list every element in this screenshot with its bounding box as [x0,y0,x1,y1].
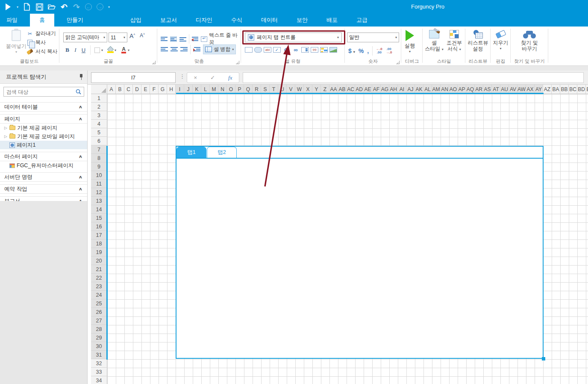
wrap-text-button[interactable]: 텍스트 줄 바꿈 [201,32,240,46]
row-header-19[interactable]: 19 [91,248,107,257]
row-header-13[interactable]: 13 [91,197,107,205]
row-header-7[interactable]: 7 [91,145,107,154]
row-header-14[interactable]: 14 [91,205,107,214]
fill-color-button[interactable] [106,46,115,55]
tree-item-기본 제공 페이지[interactable]: ▷기본 제공 페이지 [0,124,87,132]
column-header-BC[interactable]: BC [569,85,577,94]
row-header-11[interactable]: 11 [91,180,107,188]
tab-보고서[interactable]: 보고서 [154,14,183,27]
name-box-splitter[interactable]: ⋮ [179,73,185,80]
font-family-select[interactable]: 맑은 고딕(테마▾ [63,32,107,42]
row-header-12[interactable]: 12 [91,188,107,197]
column-header-K[interactable]: K [193,85,201,94]
chevron-up-icon[interactable]: ∧ [79,175,82,179]
sidebar-section-페이지[interactable]: 페이지∧ [0,114,87,124]
italic-button[interactable]: I [71,46,79,55]
column-header-H[interactable]: H [167,85,176,94]
text-cell-icon[interactable]: abl [264,47,271,53]
alignment-dialog-launcher[interactable] [236,61,239,64]
widget-tab-탭2[interactable]: 탭2 [207,147,237,158]
column-header-O[interactable]: O [227,85,235,94]
column-header-AX[interactable]: AX [526,85,535,94]
celltype-select[interactable]: ⊕ 페이지 탭 컨트롤 ▾ [245,32,342,42]
tab-삽입[interactable]: 삽입 [124,14,148,27]
tab-만들기[interactable]: 만들기 [60,14,90,27]
open-folder-icon[interactable] [48,3,56,11]
number-format-select[interactable]: 일반▾ [347,32,399,42]
widget-tab-탭1[interactable]: 탭1 [176,147,206,158]
row-header-4[interactable]: 4 [91,120,107,128]
column-header-BD[interactable]: BD [577,85,586,94]
column-header-AV[interactable]: AV [509,85,517,94]
tab-데이터[interactable]: 데이터 [255,14,284,27]
decrease-indent-icon[interactable] [191,36,198,42]
search-icon[interactable] [76,89,81,95]
column-header-AS[interactable]: AS [483,85,492,94]
column-header-I[interactable]: I [176,85,184,94]
name-box[interactable]: I7 [91,72,176,83]
font-dialog-launcher[interactable] [152,61,156,64]
column-header-A[interactable]: A [107,85,116,94]
expand-icon[interactable]: ▷ [4,126,8,130]
align-top-icon[interactable] [161,36,168,42]
chevron-up-icon[interactable]: ∧ [79,117,82,121]
pin-icon[interactable] [79,74,83,80]
column-header-V[interactable]: V [287,85,295,94]
image-cell-icon[interactable] [329,47,337,53]
column-header-L[interactable]: L [201,85,210,94]
column-header-Y[interactable]: Y [312,85,321,94]
combobox-cell-icon[interactable] [301,47,309,53]
save-icon[interactable] [35,3,43,11]
forward-icon[interactable]: → [97,3,103,10]
confirm-icon[interactable]: ✓ [210,74,215,81]
row-header-30[interactable]: 30 [91,342,107,351]
sidebar-section-데이터 테이블[interactable]: 데이터 테이블∧ [0,102,87,112]
radio-cell-icon[interactable]: ⊙ [282,47,290,53]
column-header-AE[interactable]: AE [364,85,372,94]
hyperlink-cell-icon[interactable]: ∞ [292,47,300,53]
column-header-AL[interactable]: AL [423,85,432,94]
column-header-AH[interactable]: AH [389,85,398,94]
chevron-up-icon[interactable]: ∧ [79,154,82,159]
align-bottom-icon[interactable] [179,36,186,42]
decrease-decimal-button[interactable]: .00→.0 [386,47,392,54]
customize-qat-icon[interactable]: ▾ [108,5,110,9]
column-header-AA[interactable]: AA [329,85,338,94]
column-header-AO[interactable]: AO [449,85,458,94]
run-button[interactable]: 실행 ▾ [405,30,415,53]
column-header-C[interactable]: C [124,85,133,94]
align-middle-icon[interactable] [170,36,177,42]
row-header-23[interactable]: 23 [91,282,107,291]
conditional-format-button[interactable]: 조건부서식 ▾ [445,30,464,53]
row-header-26[interactable]: 26 [91,308,107,316]
fill-color-dropdown-icon[interactable]: ▾ [115,48,116,52]
comma-button[interactable]: , [367,47,369,54]
currency-button[interactable]: $ ▾ [348,47,355,54]
row-header-21[interactable]: 21 [91,265,107,274]
column-header-F[interactable]: F [150,85,159,94]
column-header-AC[interactable]: AC [347,85,355,94]
widget-body[interactable] [176,159,543,358]
row-header-28[interactable]: 28 [91,325,107,334]
column-header-T[interactable]: T [270,85,278,94]
align-left-icon[interactable] [161,47,168,52]
increase-decimal-button[interactable]: ←.0.00 [376,47,382,54]
sidebar-section-서버단 명령[interactable]: 서버단 명령∧ [0,172,87,182]
tab-파일[interactable]: 파일 [0,14,24,27]
run-dropdown-icon[interactable]: ▾ [17,5,18,9]
column-header-M[interactable]: M [210,85,218,94]
sidebar-section-마스터 페이지[interactable]: 마스터 페이지∧ [0,152,87,161]
copy-button[interactable]: 복사 [26,38,57,47]
merge-cells-button[interactable]: 셀 병합 ▾ [203,44,236,54]
row-header-20[interactable]: 20 [91,257,107,265]
tab-수식[interactable]: 수식 [225,14,249,27]
row-header-8[interactable]: 8 [91,154,107,162]
row-header-3[interactable]: 3 [91,111,107,120]
column-header-AY[interactable]: AY [535,85,543,94]
tree-item-기본 제공 모바일 페이지[interactable]: ▷기본 제공 모바일 페이지 [0,132,87,141]
tab-고급[interactable]: 고급 [350,14,374,27]
checkbox-cell-icon[interactable]: ✓ [273,47,281,53]
column-header-B[interactable]: B [116,85,124,94]
column-header-AN[interactable]: AN [441,85,449,94]
column-header-G[interactable]: G [159,85,167,94]
